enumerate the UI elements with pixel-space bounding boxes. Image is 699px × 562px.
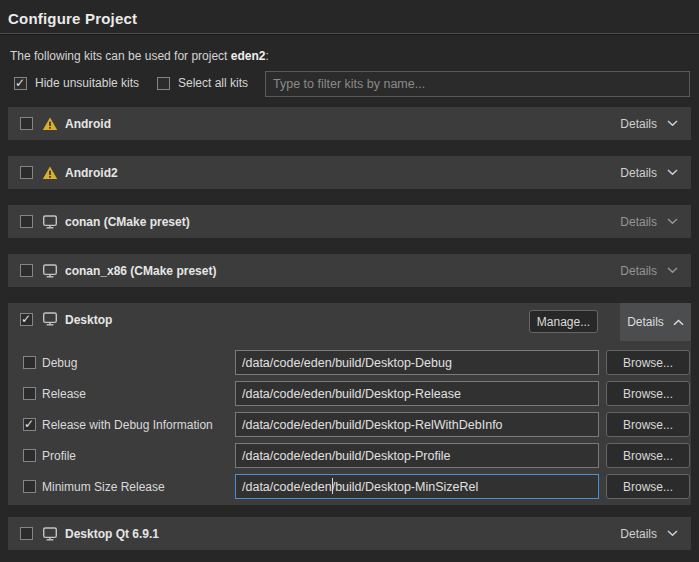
config-profile-label[interactable]: Profile [42,449,76,463]
config-debug-label[interactable]: Debug [42,356,77,370]
config-profile-browse-button[interactable]: Browse... [606,443,690,468]
kit-conan-checkbox[interactable] [20,215,33,228]
kit-row-android: Android Details [8,107,691,140]
chevron-down-icon [667,530,678,537]
kit-row-android2: Android2 Details [8,156,691,189]
manage-kits-button[interactable]: Manage... [529,310,598,333]
kit-desktop-qt-details-button[interactable]: Details [620,527,678,541]
config-relwithdebinfo-path-input[interactable] [235,412,599,437]
kit-name: Desktop [65,313,112,327]
config-debug-checkbox[interactable] [23,356,36,369]
config-relwithdebinfo-checkbox[interactable] [23,418,36,431]
chevron-down-icon [667,169,678,176]
kit-android-details-button[interactable]: Details [620,117,678,131]
config-minsizerel-label[interactable]: Minimum Size Release [42,480,165,494]
chevron-down-icon [667,120,678,127]
kits-intro-text: The following kits can be used for proje… [10,49,269,63]
config-release-browse-button[interactable]: Browse... [606,381,690,406]
config-profile-checkbox[interactable] [23,449,36,462]
config-release-label[interactable]: Release [42,387,86,401]
chevron-up-icon [673,319,684,326]
kit-conan-details-button[interactable]: Details [620,215,678,229]
desktop-icon [42,263,58,279]
config-debug-path-input[interactable] [235,350,599,375]
kit-name: conan_x86 (CMake preset) [65,264,216,278]
desktop-icon [42,311,58,327]
chevron-down-icon [667,267,678,274]
kit-section-desktop: Desktop Manage... Details Debug Browse..… [8,303,691,505]
config-minsizerel-checkbox[interactable] [23,480,36,493]
config-debug-browse-button[interactable]: Browse... [606,350,690,375]
config-relwithdebinfo-browse-button[interactable]: Browse... [606,412,690,437]
project-name: eden2 [231,49,266,63]
kit-name: conan (CMake preset) [65,215,190,229]
chevron-down-icon [667,218,678,225]
hide-unsuitable-kits-checkbox[interactable] [14,77,27,90]
kit-android2-checkbox[interactable] [20,166,33,179]
desktop-icon [42,526,58,542]
warning-icon [42,116,58,132]
kit-row-conan: conan (CMake preset) Details [8,205,691,238]
config-minsizerel-browse-button[interactable]: Browse... [606,474,690,499]
select-all-kits-checkbox[interactable] [157,77,170,90]
page-title: Configure Project [8,10,137,27]
kit-row-conan-x86: conan_x86 (CMake preset) Details [8,254,691,287]
kit-desktop-details-button[interactable]: Details [620,303,691,341]
warning-icon [42,165,58,181]
kit-name: Android2 [65,166,118,180]
config-relwithdebinfo-label[interactable]: Release with Debug Information [42,418,213,432]
select-all-kits-label[interactable]: Select all kits [178,76,248,90]
hide-unsuitable-kits-label[interactable]: Hide unsuitable kits [35,76,139,90]
config-release-checkbox[interactable] [23,387,36,400]
config-minsizerel-path-input[interactable] [235,474,599,499]
kit-android-checkbox[interactable] [20,117,33,130]
kit-conan-x86-details-button[interactable]: Details [620,264,678,278]
title-separator-shadow [0,34,699,35]
configure-project-page: Configure Project The following kits can… [0,0,699,562]
text-caret [332,478,333,494]
kit-android2-details-button[interactable]: Details [620,166,678,180]
hide-unsuitable-kits-control[interactable]: Hide unsuitable kits [14,76,139,90]
desktop-icon [42,214,58,230]
kit-row-desktop-qt: Desktop Qt 6.9.1 Details [8,517,691,550]
kit-desktop-qt-checkbox[interactable] [20,527,33,540]
config-profile-path-input[interactable] [235,443,599,468]
kit-desktop-checkbox[interactable] [20,313,33,326]
kit-name: Desktop Qt 6.9.1 [65,527,159,541]
kit-filter-input[interactable] [265,71,690,97]
kit-conan-x86-checkbox[interactable] [20,264,33,277]
select-all-kits-control[interactable]: Select all kits [157,76,248,90]
config-release-path-input[interactable] [235,381,599,406]
kit-name: Android [65,117,111,131]
